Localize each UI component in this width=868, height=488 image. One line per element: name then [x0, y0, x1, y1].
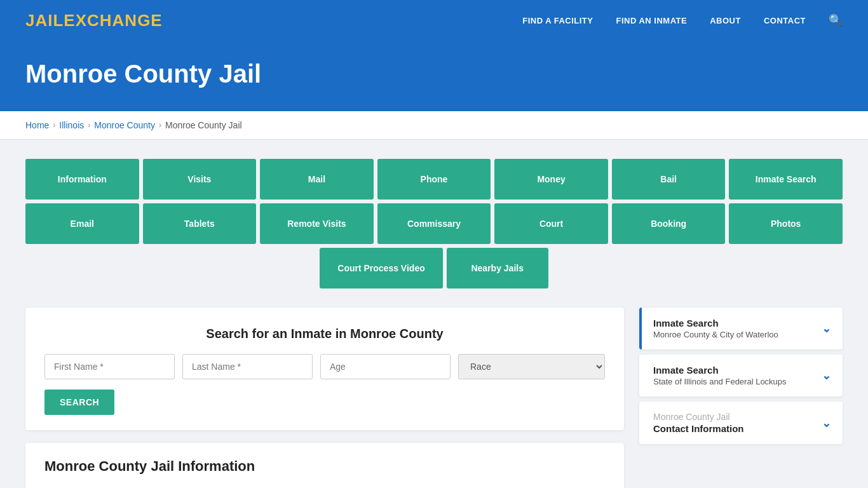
- sidebar-card-3-top: Monroe County Jail: [653, 412, 744, 422]
- main-content: Information Visits Mail Phone Money Bail…: [0, 140, 868, 488]
- search-fields: Race: [44, 354, 605, 379]
- info-box: Monroe County Jail Information: [25, 443, 624, 488]
- sidebar-card-2-top: Inmate Search: [653, 365, 787, 376]
- logo-exchange: EXCHANGE: [64, 11, 162, 30]
- nav-contact[interactable]: CONTACT: [764, 16, 806, 25]
- sidebar-card-2-titles: Inmate Search State of Illinois and Fede…: [653, 365, 787, 386]
- tile-mail[interactable]: Mail: [260, 159, 374, 200]
- chevron-down-icon-2: ⌄: [822, 369, 831, 383]
- nav-links: FIND A FACILITY FIND AN INMATE ABOUT CON…: [522, 13, 843, 27]
- search-icon[interactable]: 🔍: [829, 13, 843, 27]
- tile-buttons-row1: Information Visits Mail Phone Money Bail…: [25, 159, 843, 200]
- tile-phone[interactable]: Phone: [377, 159, 491, 200]
- sidebar-card-1-bottom: Monroe County & City of Waterloo: [653, 330, 778, 339]
- tile-bail[interactable]: Bail: [612, 159, 726, 200]
- breadcrumb-home[interactable]: Home: [25, 120, 49, 130]
- logo[interactable]: JAILEXCHANGE: [25, 11, 163, 30]
- tile-nearby-jails[interactable]: Nearby Jails: [447, 248, 548, 288]
- tile-information[interactable]: Information: [25, 159, 139, 200]
- hero-section: Monroe County Jail: [0, 41, 868, 111]
- tile-buttons-row2: Email Tablets Remote Visits Commissary C…: [25, 203, 843, 244]
- left-panel: Search for an Inmate in Monroe County Ra…: [25, 308, 624, 488]
- sidebar-card-2: Inmate Search State of Illinois and Fede…: [639, 355, 843, 396]
- sidebar-card-3-header[interactable]: Monroe County Jail Contact Information ⌄: [639, 402, 843, 444]
- sidebar-card-3-bottom: Contact Information: [653, 423, 744, 434]
- sidebar-card-1-top: Inmate Search: [653, 318, 778, 329]
- right-panel: Inmate Search Monroe County & City of Wa…: [639, 308, 843, 488]
- nav-find-inmate[interactable]: FIND AN INMATE: [616, 16, 687, 25]
- tile-tablets[interactable]: Tablets: [143, 203, 257, 244]
- tile-court-process-video[interactable]: Court Process Video: [320, 248, 442, 288]
- tile-buttons-row3: Court Process Video Nearby Jails: [25, 248, 843, 288]
- sidebar-card-1: Inmate Search Monroe County & City of Wa…: [639, 308, 843, 349]
- sidebar-card-1-titles: Inmate Search Monroe County & City of Wa…: [653, 318, 778, 339]
- last-name-input[interactable]: [182, 354, 313, 379]
- page-title: Monroe County Jail: [25, 60, 843, 88]
- tile-remote-visits[interactable]: Remote Visits: [260, 203, 374, 244]
- tile-email[interactable]: Email: [25, 203, 139, 244]
- info-title: Monroe County Jail Information: [44, 458, 605, 475]
- breadcrumb-current: Monroe County Jail: [165, 120, 242, 130]
- breadcrumb-illinois[interactable]: Illinois: [59, 120, 84, 130]
- breadcrumb-sep-3: ›: [159, 121, 161, 130]
- tile-commissary[interactable]: Commissary: [377, 203, 491, 244]
- tile-inmate-search[interactable]: Inmate Search: [729, 159, 843, 200]
- inmate-search-box: Search for an Inmate in Monroe County Ra…: [25, 308, 624, 430]
- tile-visits[interactable]: Visits: [143, 159, 257, 200]
- chevron-down-icon-1: ⌄: [822, 322, 831, 336]
- navbar: JAILEXCHANGE FIND A FACILITY FIND AN INM…: [0, 0, 868, 41]
- age-input[interactable]: [320, 354, 451, 379]
- sidebar-card-3: Monroe County Jail Contact Information ⌄: [639, 402, 843, 444]
- search-button[interactable]: SEARCH: [44, 390, 114, 415]
- content-area: Search for an Inmate in Monroe County Ra…: [25, 308, 843, 488]
- race-select[interactable]: Race: [458, 354, 605, 379]
- search-title: Search for an Inmate in Monroe County: [44, 327, 605, 341]
- first-name-input[interactable]: [44, 354, 175, 379]
- sidebar-card-1-header[interactable]: Inmate Search Monroe County & City of Wa…: [639, 308, 843, 349]
- tile-court[interactable]: Court: [494, 203, 608, 244]
- tile-photos[interactable]: Photos: [729, 203, 843, 244]
- nav-about[interactable]: ABOUT: [710, 16, 741, 25]
- logo-jail: JAIL: [25, 11, 64, 30]
- tile-money[interactable]: Money: [494, 159, 608, 200]
- tile-booking[interactable]: Booking: [612, 203, 726, 244]
- sidebar-card-2-header[interactable]: Inmate Search State of Illinois and Fede…: [639, 355, 843, 396]
- breadcrumb: Home › Illinois › Monroe County › Monroe…: [0, 111, 868, 140]
- breadcrumb-sep-1: ›: [53, 121, 55, 130]
- breadcrumb-sep-2: ›: [88, 121, 90, 130]
- nav-find-facility[interactable]: FIND A FACILITY: [522, 16, 593, 25]
- breadcrumb-monroe-county[interactable]: Monroe County: [94, 120, 155, 130]
- sidebar-card-3-titles: Monroe County Jail Contact Information: [653, 412, 744, 434]
- sidebar-card-2-bottom: State of Illinois and Federal Lockups: [653, 377, 787, 386]
- chevron-down-icon-3: ⌄: [822, 416, 831, 430]
